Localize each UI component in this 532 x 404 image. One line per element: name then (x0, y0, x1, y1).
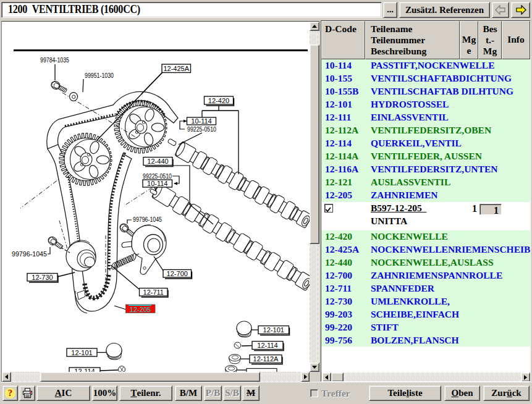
svg-text:99225-0510: 99225-0510 (143, 172, 172, 180)
svg-text:10-114: 10-114 (191, 117, 211, 125)
svg-text:12-112A: 12-112A (253, 355, 279, 363)
svg-text:12-711: 12-711 (143, 288, 164, 296)
svg-text:12-420: 12-420 (208, 97, 229, 104)
svg-text:99796-1045: 99796-1045 (12, 250, 47, 258)
svg-text:12-205: 12-205 (130, 306, 151, 313)
svg-text:99796-1045: 99796-1045 (133, 216, 162, 223)
svg-text:99225-0510: 99225-0510 (187, 125, 216, 133)
svg-text:12-440: 12-440 (147, 158, 168, 165)
svg-text:12-101: 12-101 (263, 326, 284, 334)
svg-text:12-425A: 12-425A (163, 65, 189, 72)
svg-text:99784-1035: 99784-1035 (40, 56, 69, 64)
svg-text:12-101: 12-101 (71, 349, 92, 356)
svg-text:10-114: 10-114 (147, 180, 167, 187)
svg-text:12-730: 12-730 (32, 274, 53, 281)
svg-text:99951-1030: 99951-1030 (85, 72, 114, 79)
svg-text:12-114: 12-114 (257, 342, 277, 349)
svg-text:12-700: 12-700 (167, 270, 188, 277)
